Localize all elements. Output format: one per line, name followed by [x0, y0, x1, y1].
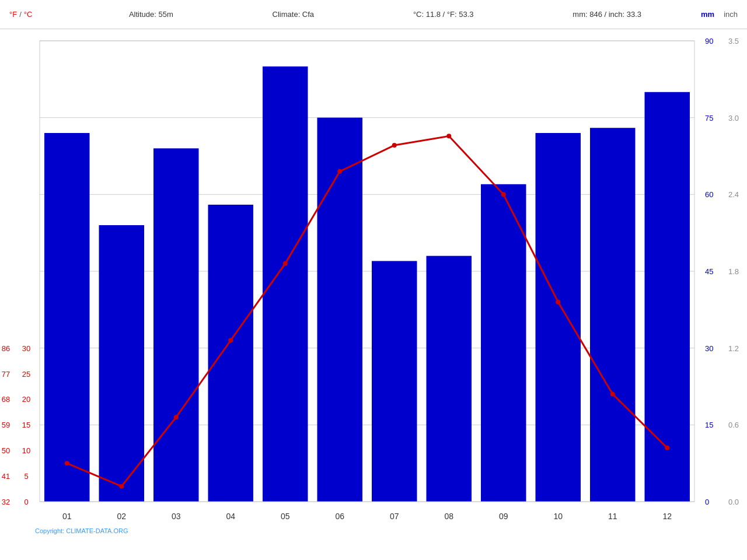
svg-text:11: 11 [608, 512, 617, 521]
svg-rect-11 [263, 66, 308, 502]
chart-header: °F / °C Altitude: 55m Climate: Cfa °C: 1… [0, 0, 747, 29]
svg-rect-15 [481, 184, 526, 502]
svg-point-30 [665, 446, 669, 450]
svg-text:59: 59 [2, 421, 10, 429]
svg-text:30: 30 [22, 344, 30, 353]
svg-text:77: 77 [2, 370, 10, 379]
svg-text:0: 0 [705, 498, 709, 506]
climate-label: Climate: Cfa [273, 10, 315, 19]
chart-area: 0102030405060708091011128677685950413230… [0, 29, 747, 537]
svg-text:10: 10 [553, 512, 563, 521]
svg-rect-12 [317, 118, 363, 502]
svg-point-20 [119, 484, 124, 489]
svg-text:3.0: 3.0 [728, 114, 739, 123]
svg-point-28 [556, 300, 560, 304]
chart-container: °F / °C Altitude: 55m Climate: Cfa °C: 1… [0, 0, 747, 560]
svg-text:08: 08 [444, 512, 453, 521]
svg-point-27 [501, 192, 506, 197]
svg-text:20: 20 [22, 395, 30, 404]
celsius-label: °C [24, 10, 33, 19]
svg-text:06: 06 [335, 512, 344, 521]
svg-rect-9 [153, 148, 199, 502]
svg-text:03: 03 [172, 512, 181, 521]
svg-point-25 [392, 143, 397, 148]
copyright-label: Copyright: CLIMATE-DATA.ORG [35, 527, 128, 534]
svg-text:68: 68 [2, 395, 10, 404]
svg-text:3.5: 3.5 [728, 37, 739, 46]
svg-text:07: 07 [390, 512, 399, 521]
svg-rect-16 [536, 133, 581, 502]
svg-rect-7 [44, 133, 90, 502]
svg-text:01: 01 [62, 512, 72, 521]
svg-text:86: 86 [2, 344, 10, 353]
svg-text:1.8: 1.8 [728, 267, 739, 276]
svg-point-23 [283, 261, 288, 266]
header-sections: Altitude: 55m Climate: Cfa °C: 11.8 / °F… [79, 10, 691, 19]
svg-point-24 [337, 169, 342, 174]
svg-text:15: 15 [705, 421, 713, 429]
mm-header-label: mm [701, 10, 714, 19]
svg-text:32: 32 [2, 498, 10, 506]
svg-text:50: 50 [2, 446, 10, 455]
svg-text:60: 60 [705, 190, 713, 199]
separator: / [19, 10, 22, 19]
svg-text:0.0: 0.0 [728, 498, 739, 506]
temp-avg-label: °C: 11.8 / °F: 53.3 [413, 10, 474, 19]
svg-rect-10 [208, 205, 254, 502]
svg-text:25: 25 [22, 370, 30, 379]
svg-text:90: 90 [705, 37, 713, 46]
fahrenheit-label: °F [9, 10, 17, 19]
svg-rect-18 [645, 92, 690, 502]
svg-rect-13 [372, 261, 417, 502]
svg-text:0: 0 [24, 498, 28, 506]
precip-label: mm: 846 / inch: 33.3 [573, 10, 641, 19]
svg-text:02: 02 [117, 512, 126, 521]
svg-text:12: 12 [662, 512, 672, 521]
svg-point-29 [610, 392, 615, 397]
svg-text:30: 30 [705, 344, 713, 353]
svg-point-21 [174, 415, 179, 419]
altitude-label: Altitude: 55m [129, 10, 173, 19]
svg-text:0.6: 0.6 [728, 421, 739, 429]
svg-text:45: 45 [705, 267, 713, 276]
svg-point-26 [446, 134, 451, 138]
svg-rect-14 [427, 256, 472, 502]
svg-text:1.2: 1.2 [728, 344, 739, 353]
svg-text:5: 5 [24, 472, 28, 481]
svg-text:15: 15 [22, 421, 30, 429]
inch-header-label: inch [724, 10, 738, 19]
svg-text:41: 41 [2, 472, 10, 481]
svg-text:2.4: 2.4 [728, 190, 739, 199]
svg-text:05: 05 [281, 512, 290, 521]
svg-point-19 [65, 461, 69, 466]
main-svg: 0102030405060708091011128677685950413230… [0, 29, 747, 537]
header-left: °F / °C [9, 10, 79, 19]
svg-text:75: 75 [705, 114, 713, 123]
svg-rect-8 [99, 225, 145, 502]
svg-rect-17 [590, 128, 636, 502]
svg-point-22 [228, 338, 233, 343]
svg-text:10: 10 [22, 446, 30, 455]
svg-text:09: 09 [499, 512, 508, 521]
svg-text:04: 04 [226, 512, 235, 521]
header-right-labels: mm inch [691, 10, 738, 19]
